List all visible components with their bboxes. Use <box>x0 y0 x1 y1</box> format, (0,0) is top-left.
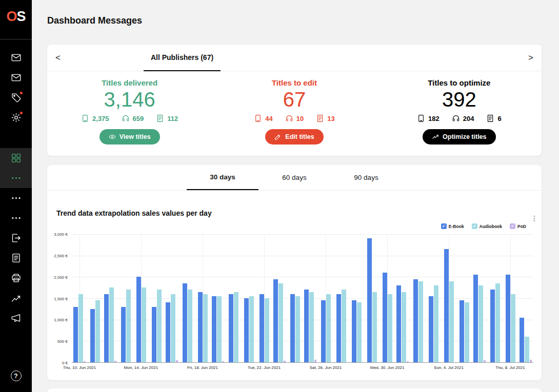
sidebar-item-more-2[interactable] <box>0 208 32 228</box>
bar-e-book[interactable] <box>506 275 510 362</box>
sidebar-item-help[interactable] <box>0 366 32 386</box>
sidebar-item-more-1[interactable] <box>0 188 32 208</box>
sidebar-item-tags[interactable] <box>0 88 32 108</box>
sidebar-item-print[interactable] <box>0 268 32 288</box>
bar-audiobook[interactable] <box>278 283 283 362</box>
bar-e-book[interactable] <box>290 294 295 362</box>
bar-e-book[interactable] <box>244 298 249 362</box>
bar-e-book[interactable] <box>104 294 109 362</box>
bar-group[interactable] <box>118 234 133 362</box>
sidebar-item-export[interactable] <box>0 228 32 248</box>
bar-audiobook[interactable] <box>188 290 192 362</box>
bar-e-book[interactable] <box>460 300 464 362</box>
bar-group[interactable] <box>410 234 426 362</box>
bar-audiobook[interactable] <box>342 290 346 362</box>
bar-group[interactable] <box>503 234 518 362</box>
bar-group[interactable] <box>179 234 195 362</box>
bar-audiobook[interactable] <box>402 292 406 363</box>
tab-60-days[interactable]: 60 days <box>258 165 330 190</box>
bar-audiobook[interactable] <box>171 294 175 362</box>
sidebar-item-mail-alt[interactable] <box>0 68 32 88</box>
bar-group[interactable] <box>241 234 256 362</box>
bar-e-book[interactable] <box>490 290 495 362</box>
tab-all-publishers[interactable]: All Publishers (67) <box>144 45 221 71</box>
view-titles-button[interactable]: View titles <box>99 129 160 145</box>
bar-e-book[interactable] <box>136 277 141 362</box>
bar-e-book[interactable] <box>73 307 78 362</box>
bar-pod[interactable] <box>314 360 316 362</box>
tab-90-days[interactable]: 90 days <box>330 165 402 190</box>
bar-e-book[interactable] <box>229 294 233 362</box>
prev-publisher-button[interactable]: < <box>53 53 63 63</box>
bar-audiobook[interactable] <box>142 287 146 362</box>
bar-e-book[interactable] <box>352 300 356 362</box>
bar-group[interactable] <box>226 234 241 362</box>
bar-group[interactable] <box>87 234 103 362</box>
bar-group[interactable] <box>472 234 487 362</box>
bar-e-book[interactable] <box>429 296 433 362</box>
bar-e-book[interactable] <box>166 302 170 362</box>
bar-e-book[interactable] <box>90 309 95 362</box>
optimize-titles-button[interactable]: Optimize titles <box>423 129 495 145</box>
bar-group[interactable] <box>256 234 272 362</box>
tab-30-days[interactable]: 30 days <box>187 165 258 190</box>
checkbox-checked-icon[interactable] <box>472 223 477 229</box>
bar-e-book[interactable] <box>152 307 156 362</box>
bar-group[interactable] <box>133 234 149 362</box>
kebab-menu-icon[interactable] <box>531 214 538 222</box>
legend-item-audiobook[interactable]: Audiobook <box>472 223 502 229</box>
sidebar-item-analytics[interactable] <box>0 288 32 308</box>
bar-audiobook[interactable] <box>217 296 222 362</box>
bar-audiobook[interactable] <box>126 290 131 362</box>
bar-audiobook[interactable] <box>495 283 500 362</box>
bar-audiobook[interactable] <box>357 302 362 362</box>
bar-audiobook[interactable] <box>157 290 162 362</box>
bar-audiobook[interactable] <box>109 287 114 362</box>
bar-audiobook[interactable] <box>234 292 238 363</box>
bar-audiobook[interactable] <box>388 294 392 362</box>
bar-audiobook[interactable] <box>434 285 438 362</box>
bar-group[interactable] <box>426 234 441 362</box>
bar-e-book[interactable] <box>273 279 278 363</box>
bar-group[interactable] <box>456 234 472 362</box>
bar-pod[interactable] <box>407 361 409 363</box>
bar-group[interactable] <box>272 234 287 362</box>
bar-e-book[interactable] <box>367 238 372 362</box>
bar-group[interactable] <box>349 234 364 362</box>
bar-audiobook[interactable] <box>449 281 454 362</box>
bar-pod[interactable] <box>530 360 532 362</box>
sidebar-item-settings[interactable] <box>0 108 32 128</box>
bar-e-book[interactable] <box>304 290 309 362</box>
bar-pod[interactable] <box>176 360 178 362</box>
next-publisher-button[interactable]: > <box>526 53 535 63</box>
bar-e-book[interactable] <box>121 307 126 362</box>
bar-group[interactable] <box>164 234 179 362</box>
bar-group[interactable] <box>380 234 395 362</box>
bar-e-book[interactable] <box>212 296 216 362</box>
bar-audiobook[interactable] <box>309 292 314 363</box>
bar-group[interactable] <box>195 234 210 362</box>
checkbox-checked-icon[interactable] <box>441 223 447 229</box>
bar-e-book[interactable] <box>321 300 326 362</box>
bar-e-book[interactable] <box>396 285 401 362</box>
app-logo[interactable]: OS <box>6 7 25 26</box>
bar-audiobook[interactable] <box>95 300 100 362</box>
sidebar-item-more-active[interactable] <box>0 168 32 188</box>
bar-e-book[interactable] <box>444 249 449 362</box>
bar-audiobook[interactable] <box>295 296 300 362</box>
legend-item-ebook[interactable]: E-Book <box>441 223 464 229</box>
bar-audiobook[interactable] <box>265 298 269 362</box>
bar-audiobook[interactable] <box>525 337 529 362</box>
bar-audiobook[interactable] <box>511 294 515 362</box>
sidebar-item-mail[interactable] <box>0 48 32 68</box>
bar-e-book[interactable] <box>383 273 387 362</box>
bar-group[interactable] <box>441 234 456 362</box>
bar-pod[interactable] <box>84 361 86 363</box>
bar-audiobook[interactable] <box>372 292 377 363</box>
bar-group[interactable] <box>103 234 118 362</box>
bar-e-book[interactable] <box>473 275 478 362</box>
bar-group[interactable] <box>210 234 226 362</box>
sidebar-item-marketing[interactable] <box>0 308 32 328</box>
bar-e-book[interactable] <box>259 294 264 362</box>
bar-audiobook[interactable] <box>78 294 83 362</box>
